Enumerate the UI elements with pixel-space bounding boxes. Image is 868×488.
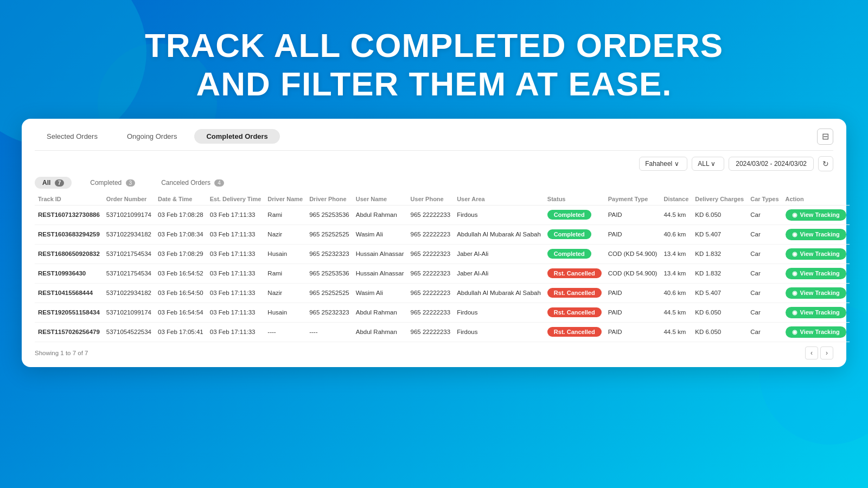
tab-ongoing-orders[interactable]: Ongoing Orders <box>115 129 189 144</box>
cell-driver-name: Rami <box>264 264 306 283</box>
cell-track-id: REST1607132730886 <box>35 205 103 224</box>
cell-user-name: Hussain Alnassar <box>353 244 407 264</box>
table-header-row: Track ID Order Number Date & Time Est. D… <box>35 193 850 206</box>
cell-est-delivery: 03 Feb 17:11:33 <box>207 283 265 303</box>
view-tracking-button[interactable]: ◉ View Tracking <box>786 326 846 338</box>
cell-driver-name: ---- <box>264 322 306 342</box>
cell-order-number: 5371021754534 <box>103 244 155 264</box>
status-badge: Completed <box>547 229 591 239</box>
tab-selected-orders[interactable]: Selected Orders <box>35 129 110 144</box>
main-card: Selected Orders Ongoing Orders Completed… <box>22 119 846 367</box>
cell-driver-phone: 965 25232323 <box>306 244 353 264</box>
cell-car-type: Car <box>747 264 782 283</box>
cell-distance: 40.6 km <box>660 283 692 303</box>
pagination-row: Showing 1 to 7 of 7 ‹ › <box>35 346 833 359</box>
type-filter[interactable]: ALL ∨ <box>692 157 724 171</box>
cell-distance: 44.5 km <box>660 322 692 342</box>
cell-est-delivery: 03 Feb 17:11:33 <box>207 205 265 224</box>
cell-driver-name: Rami <box>264 205 306 224</box>
cell-status: Completed <box>544 224 605 244</box>
view-tracking-button[interactable]: ◉ View Tracking <box>786 209 846 221</box>
view-tracking-button[interactable]: ◉ View Tracking <box>786 229 846 240</box>
cell-status: Completed <box>544 244 605 264</box>
cell-user-area: Abdullah Al Mubarak Al Sabah <box>454 224 544 244</box>
status-badge: Completed <box>547 249 591 259</box>
cell-date-time: 03 Feb 17:08:29 <box>155 244 207 264</box>
cell-driver-phone: 965 25232323 <box>306 303 353 322</box>
cell-date-time: 03 Feb 16:54:50 <box>155 283 207 303</box>
cell-driver-name: Nazir <box>264 224 306 244</box>
eye-icon: ◉ <box>792 270 797 277</box>
cell-distance: 13.4 km <box>660 244 692 264</box>
cell-status: Completed <box>544 205 605 224</box>
cell-est-delivery: 03 Feb 17:11:33 <box>207 244 265 264</box>
export-button[interactable]: ⊟ <box>817 129 833 145</box>
cell-payment: PAID <box>605 224 661 244</box>
col-track-id: Track ID <box>35 193 103 206</box>
sub-tab-all[interactable]: All 7 <box>35 177 72 189</box>
cell-payment: PAID <box>605 283 661 303</box>
cell-distance: 44.5 km <box>660 303 692 322</box>
eye-icon: ◉ <box>792 231 797 238</box>
cell-date-time: 03 Feb 16:54:52 <box>155 264 207 283</box>
table-row: REST1680650920832 5371021754534 03 Feb 1… <box>35 244 850 264</box>
cell-car-type: Car <box>747 283 782 303</box>
eye-icon: ◉ <box>792 211 797 219</box>
view-tracking-button[interactable]: ◉ View Tracking <box>786 248 846 260</box>
cell-action[interactable]: ◉ View Tracking <box>782 322 850 342</box>
date-range-filter[interactable]: 2024/03/02 - 2024/03/02 <box>729 157 814 171</box>
sub-tab-cancelled[interactable]: Canceled Orders 4 <box>154 177 232 189</box>
col-car-types: Car Types <box>747 193 782 206</box>
cell-charges: KD 1.832 <box>692 264 747 283</box>
cell-user-name: Abdul Rahman <box>353 303 407 322</box>
next-page-button[interactable]: › <box>820 346 833 359</box>
cell-user-phone: 965 22222233 <box>407 322 454 342</box>
cell-user-name: Abdul Rahman <box>353 322 407 342</box>
status-badge: Rst. Cancelled <box>547 288 602 298</box>
cell-user-area: Abdullah Al Mubarak Al Sabah <box>454 283 544 303</box>
cell-user-phone: 965 22222323 <box>407 244 454 264</box>
cell-distance: 44.5 km <box>660 205 692 224</box>
prev-page-button[interactable]: ‹ <box>805 346 818 359</box>
status-badge: Rst. Cancelled <box>547 307 602 317</box>
eye-icon: ◉ <box>792 329 797 336</box>
tabs-row: Selected Orders Ongoing Orders Completed… <box>35 129 833 151</box>
view-tracking-button[interactable]: ◉ View Tracking <box>786 268 846 279</box>
table-row: REST109936430 5371021754534 03 Feb 16:54… <box>35 264 850 283</box>
cell-user-name: Wasim Ali <box>353 224 407 244</box>
cell-action[interactable]: ◉ View Tracking <box>782 303 850 322</box>
cell-action[interactable]: ◉ View Tracking <box>782 205 850 224</box>
view-tracking-button[interactable]: ◉ View Tracking <box>786 287 846 299</box>
col-user-area: User Area <box>454 193 544 206</box>
cell-user-phone: 965 22222233 <box>407 303 454 322</box>
cell-action[interactable]: ◉ View Tracking <box>782 283 850 303</box>
cell-est-delivery: 03 Feb 17:11:33 <box>207 224 265 244</box>
cell-status: Rst. Cancelled <box>544 322 605 342</box>
cell-charges: KD 6.050 <box>692 303 747 322</box>
cell-action[interactable]: ◉ View Tracking <box>782 244 850 264</box>
cell-track-id: REST1603683294259 <box>35 224 103 244</box>
cell-distance: 13.4 km <box>660 264 692 283</box>
cell-charges: KD 5.407 <box>692 283 747 303</box>
cell-driver-name: Husain <box>264 303 306 322</box>
cell-action[interactable]: ◉ View Tracking <box>782 264 850 283</box>
cell-est-delivery: 03 Feb 17:11:33 <box>207 322 265 342</box>
cell-driver-phone: 965 25253536 <box>306 264 353 283</box>
view-tracking-button[interactable]: ◉ View Tracking <box>786 307 846 318</box>
cell-driver-phone: 965 25252525 <box>306 224 353 244</box>
cell-user-area: Jaber Al-Ali <box>454 264 544 283</box>
cell-order-number: 5371022934182 <box>103 283 155 303</box>
tab-completed-orders[interactable]: Completed Orders <box>194 129 279 144</box>
cell-payment: PAID <box>605 205 661 224</box>
hero-section: TRACK ALL COMPLETED ORDERS AND FILTER TH… <box>0 0 868 119</box>
cell-car-type: Car <box>747 322 782 342</box>
cell-action[interactable]: ◉ View Tracking <box>782 224 850 244</box>
sub-tab-completed[interactable]: Completed 3 <box>82 177 143 189</box>
refresh-button[interactable]: ↻ <box>818 156 833 171</box>
area-filter[interactable]: Fahaheel ∨ <box>639 157 687 171</box>
cell-track-id: REST1920551158434 <box>35 303 103 322</box>
cell-est-delivery: 03 Feb 17:11:33 <box>207 303 265 322</box>
pagination-buttons: ‹ › <box>805 346 833 359</box>
cell-payment: COD (KD 54.900) <box>605 244 661 264</box>
col-est-delivery: Est. Delivery Time <box>207 193 265 206</box>
